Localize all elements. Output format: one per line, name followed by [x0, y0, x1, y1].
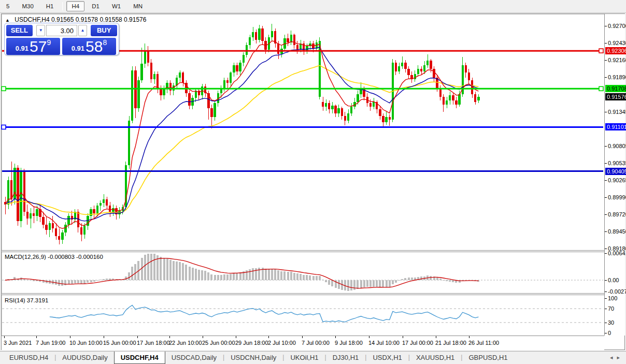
price-tick-mark — [605, 146, 607, 147]
time-label: 3 Jun 2021 — [4, 340, 32, 346]
ohlc-values: 0.91565 0.91578 0.91558 0.91576 — [51, 16, 147, 23]
time-label: 21 Jul 18:00 — [435, 340, 466, 346]
time-tick-mark — [4, 336, 5, 338]
timeframe-button-5[interactable]: 5 — [1, 1, 15, 11]
buy-price-big: 58 — [86, 38, 103, 55]
tab-scroll-arrows[interactable]: ◂▸ — [610, 354, 624, 361]
price-badge-0.91708: 0.91708 — [605, 85, 626, 92]
tab-scroll-right-icon[interactable]: ▸ — [617, 354, 624, 360]
time-tick-mark — [403, 336, 403, 338]
chart-tab-gbpusd[interactable]: GBPUSD,H1 — [462, 352, 514, 364]
buy-price-sup: 8 — [103, 38, 107, 47]
sell-price-display[interactable]: 0.91 57 9 — [6, 38, 60, 55]
price-axis[interactable]: 0.927000.924300.921600.918900.913450.908… — [604, 14, 625, 336]
macd-tick-mark — [605, 253, 607, 254]
time-label: 7 Jul 00:00 — [302, 340, 330, 346]
chart-tab-usdx[interactable]: USDX,H1 — [366, 352, 408, 364]
chart-tab-usdcad[interactable]: USDCAD,Daily — [165, 352, 223, 364]
rsi-tick: 70 — [608, 305, 614, 312]
timeframe-button-m30[interactable]: M30 — [17, 1, 38, 11]
rsi-name: RSI(14) — [5, 297, 25, 303]
time-tick-mark — [36, 336, 37, 338]
tab-scroll-left-icon[interactable]: ◂ — [610, 354, 617, 360]
price-tick: 0.90535 — [608, 160, 626, 166]
buy-price-display[interactable]: 0.91 58 8 — [62, 38, 116, 55]
timeframe-button-mn[interactable]: MN — [128, 1, 148, 11]
macd-name: MACD(12,26,9) — [5, 254, 46, 260]
rsi-tick: 30 — [608, 319, 614, 326]
time-tick-mark — [268, 336, 269, 338]
sell-price-big: 57 — [30, 38, 47, 55]
time-tick-mark — [436, 336, 436, 338]
price-tick: 0.89990 — [608, 194, 626, 200]
rsi-tick: 0 — [608, 330, 611, 336]
time-label: 2 Jul 10:00 — [268, 340, 296, 346]
chart-tab-usdcnh[interactable]: USDCNH,Daily — [224, 352, 282, 364]
volume-decrease-icon[interactable]: ▼ — [36, 25, 45, 36]
price-badge-0.90405: 0.90405 — [605, 168, 626, 175]
collapse-panel-icon[interactable]: ▲ — [5, 18, 10, 23]
time-label: 17 Jun 18:00 — [137, 340, 170, 346]
price-tick: 0.91890 — [608, 74, 626, 80]
price-tick: 0.92160 — [608, 57, 626, 63]
macd-tick-mark — [605, 280, 607, 281]
chart-title: ▲ USDCHF,H4 0.91565 0.91578 0.91558 0.91… — [5, 16, 146, 23]
sell-price-sup: 9 — [47, 38, 51, 47]
time-tick-mark — [203, 336, 203, 338]
time-label: 10 Jun 10:00 — [69, 340, 103, 346]
pane-splitter-rsi[interactable] — [2, 293, 624, 295]
rsi-value: 37.3191 — [27, 297, 49, 303]
time-label: 15 Jun 00:00 — [103, 340, 136, 346]
macd-label: MACD(12,26,9) -0.000803 -0.000160 — [5, 254, 103, 260]
price-tick-mark — [605, 60, 607, 61]
one-click-trading-panel: SELL ▼ ▲ BUY 0.91 57 9 0.91 58 8 — [4, 23, 119, 55]
price-tick: 0.89720 — [608, 211, 626, 217]
price-tick-mark — [605, 231, 607, 232]
time-label: 17 Jul 00:00 — [402, 340, 433, 346]
price-tick: 0.92430 — [608, 40, 626, 46]
price-tick-mark — [605, 249, 607, 249]
chart-tab-dj30[interactable]: DJ30,H1 — [326, 352, 365, 364]
timeframe-button-w1[interactable]: W1 — [107, 1, 126, 11]
toolbar-separator — [62, 2, 63, 10]
rsi-tick-mark — [605, 323, 607, 323]
time-axis[interactable]: 3 Jun 20217 Jun 19:0010 Jun 10:0015 Jun … — [2, 336, 604, 350]
time-label: 14 Jul 10:00 — [368, 340, 400, 346]
price-tick-mark — [605, 163, 607, 164]
chart-tab-audusd[interactable]: AUDUSD,Daily — [56, 352, 113, 364]
buy-price-prefix: 0.91 — [72, 45, 84, 52]
chart-tab-usdchf[interactable]: USDCHF,H4 — [114, 352, 165, 364]
price-tick-mark — [605, 214, 607, 215]
timeframe-button-h4[interactable]: H4 — [66, 1, 84, 11]
price-badge-0.91101: 0.91101 — [605, 123, 626, 130]
price-tick-mark — [605, 197, 607, 198]
price-tick-mark — [605, 180, 607, 181]
timeframe-button-h1[interactable]: H1 — [41, 1, 59, 11]
time-label: 25 Jun 00:00 — [202, 340, 235, 346]
chart-tab-ukoil[interactable]: UKOil,H1 — [284, 352, 324, 364]
pane-splitter-macd[interactable] — [2, 250, 624, 252]
price-badge-0.92306: 0.92306 — [605, 47, 626, 54]
chart-tab-eurusd[interactable]: EURUSD,H4 — [3, 352, 54, 364]
rsi-tick-mark — [605, 309, 607, 309]
sell-button[interactable]: SELL — [6, 25, 33, 36]
time-tick-mark — [469, 336, 470, 338]
price-tick-mark — [605, 112, 607, 112]
price-tick: 0.90805 — [608, 143, 626, 149]
price-tick-mark — [605, 26, 607, 26]
volume-increase-icon[interactable]: ▲ — [78, 25, 87, 36]
time-tick-mark — [137, 336, 138, 338]
rsi-tick: 100 — [608, 295, 617, 301]
chart-tab-xauusd[interactable]: XAUUSD,H1 — [410, 352, 461, 364]
volume-input[interactable] — [46, 25, 77, 36]
price-tick-mark — [605, 77, 607, 78]
time-tick-mark — [169, 336, 170, 338]
macd-values: -0.000803 -0.000160 — [48, 254, 103, 260]
buy-button[interactable]: BUY — [91, 25, 117, 36]
timeframe-button-d1[interactable]: D1 — [87, 1, 105, 11]
macd-tick: -0.002726 — [608, 288, 626, 295]
time-label: 7 Jun 19:00 — [36, 340, 66, 346]
price-tick: 0.92700 — [608, 23, 626, 29]
price-tick: 0.90265 — [608, 177, 626, 183]
time-tick-mark — [104, 336, 104, 338]
